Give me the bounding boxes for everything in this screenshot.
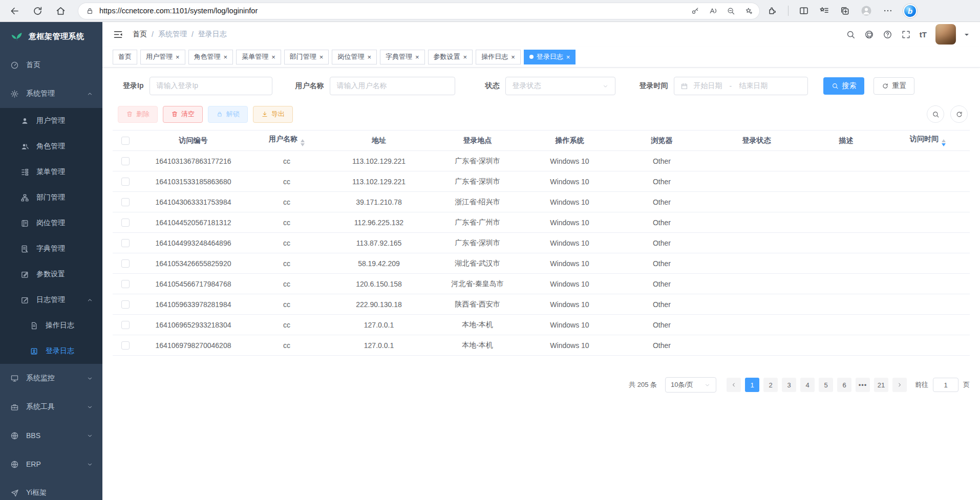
tab-close-icon[interactable]: × [271, 54, 275, 60]
sidebar-item[interactable]: 系统工具 [0, 393, 102, 421]
help-icon[interactable] [883, 30, 892, 39]
export-button[interactable]: 导出 [253, 106, 293, 123]
tab-close-icon[interactable]: × [367, 54, 371, 60]
date-range-picker[interactable]: 开始日期 - 结束日期 [674, 77, 808, 95]
status-select[interactable]: 登录状态 [505, 77, 615, 95]
zoom-out-icon[interactable] [727, 7, 735, 15]
clear-button[interactable]: 清空 [163, 106, 203, 123]
sidebar-item[interactable]: 岗位管理 [0, 210, 102, 236]
row-checkbox[interactable] [121, 321, 130, 329]
tab-close-icon[interactable]: × [463, 54, 467, 60]
tab-close-icon[interactable]: × [176, 54, 180, 60]
table-refresh-button[interactable] [950, 105, 968, 123]
add-favorite-icon[interactable] [744, 7, 753, 15]
sidebar-item[interactable]: ERP [0, 450, 102, 479]
browser-more-icon[interactable] [883, 6, 893, 16]
sort-carets-icon[interactable] [301, 139, 305, 146]
page-button[interactable]: 1 [745, 378, 759, 392]
tab-close-icon[interactable]: × [415, 54, 419, 60]
sidebar-item[interactable]: 菜单管理 [0, 159, 102, 185]
column-header[interactable]: 访问时间 [886, 131, 970, 151]
browser-profile-icon[interactable] [860, 5, 872, 17]
site-security-lock-icon[interactable] [86, 7, 94, 15]
tab-close-icon[interactable]: × [511, 54, 515, 60]
row-checkbox[interactable] [121, 157, 130, 165]
extensions-icon[interactable] [768, 6, 778, 16]
breadcrumb-item[interactable]: 系统管理 [158, 30, 187, 39]
tab[interactable]: 登录日志× [524, 50, 576, 64]
page-button[interactable]: 4 [800, 378, 815, 392]
prev-page-button[interactable] [727, 378, 741, 392]
url-text[interactable]: https://ccnetcore.com:1101/system/log/lo… [99, 7, 681, 15]
password-manager-icon[interactable] [691, 7, 699, 15]
row-checkbox[interactable] [121, 198, 130, 206]
row-checkbox[interactable] [121, 300, 130, 309]
page-size-select[interactable]: 10条/页 [665, 377, 716, 393]
tab[interactable]: 部门管理× [284, 50, 329, 64]
split-screen-icon[interactable] [799, 6, 809, 16]
ip-input[interactable]: 请输入登录Ip [150, 77, 272, 95]
unlock-button[interactable]: 解锁 [208, 106, 248, 123]
breadcrumb-item[interactable]: 登录日志 [198, 30, 227, 39]
tab-close-icon[interactable]: × [566, 54, 570, 60]
tab[interactable]: 字典管理× [380, 50, 425, 64]
browser-back-icon[interactable] [9, 6, 20, 16]
page-ellipsis[interactable]: ••• [856, 378, 870, 392]
github-icon[interactable] [864, 30, 874, 39]
tab[interactable]: 菜单管理× [236, 50, 281, 64]
page-button[interactable]: 5 [819, 378, 833, 392]
page-button[interactable]: 6 [837, 378, 851, 392]
sidebar-item[interactable]: BBS [0, 421, 102, 450]
tab[interactable]: 操作日志× [476, 50, 521, 64]
row-checkbox[interactable] [121, 239, 130, 247]
collections-icon[interactable] [819, 6, 829, 16]
font-size-icon[interactable]: tT [920, 30, 927, 39]
tab-groups-icon[interactable] [840, 6, 850, 16]
tab[interactable]: 岗位管理× [332, 50, 377, 64]
sidebar-item[interactable]: 字典管理 [0, 236, 102, 262]
table-search-toggle-button[interactable] [927, 105, 944, 123]
row-checkbox[interactable] [121, 259, 130, 268]
tab[interactable]: 角色管理× [188, 50, 233, 64]
fullscreen-icon[interactable] [901, 30, 911, 39]
goto-page-input[interactable]: 1 [933, 378, 958, 392]
sidebar-item[interactable]: 系统监控 [0, 364, 102, 393]
row-checkbox[interactable] [121, 341, 130, 350]
reset-button[interactable]: 重置 [874, 77, 914, 95]
tab[interactable]: 首页 [113, 50, 137, 64]
select-all-checkbox[interactable] [121, 137, 130, 145]
sidebar-item[interactable]: 登录日志 [0, 338, 102, 364]
tab-close-icon[interactable]: × [224, 54, 228, 60]
sidebar-item[interactable]: 参数设置 [0, 262, 102, 287]
browser-home-icon[interactable] [55, 6, 66, 16]
browser-refresh-icon[interactable] [32, 6, 43, 16]
sort-carets-icon[interactable] [942, 139, 946, 146]
user-avatar[interactable] [935, 24, 956, 45]
tab[interactable]: 用户管理× [140, 50, 185, 64]
row-checkbox[interactable] [121, 178, 130, 186]
tab-close-icon[interactable]: × [319, 54, 324, 60]
row-checkbox[interactable] [121, 219, 130, 227]
sidebar-item[interactable]: Yi框架 [0, 479, 102, 500]
address-bar[interactable]: https://ccnetcore.com:1101/system/log/lo… [78, 3, 759, 19]
page-button[interactable]: 2 [763, 378, 778, 392]
tab[interactable]: 参数设置× [428, 50, 473, 64]
sidebar-item[interactable]: 首页 [0, 51, 102, 79]
page-button[interactable]: 3 [782, 378, 796, 392]
sidebar-fold-icon[interactable] [113, 29, 123, 40]
username-input[interactable]: 请输入用户名称 [330, 77, 455, 95]
sidebar-item[interactable]: 部门管理 [0, 185, 102, 210]
sidebar-item[interactable]: 角色管理 [0, 134, 102, 159]
breadcrumb-item[interactable]: 首页 [133, 30, 147, 39]
header-search-icon[interactable] [846, 30, 856, 39]
read-aloud-icon[interactable] [709, 7, 717, 15]
sidebar-item[interactable]: 用户管理 [0, 108, 102, 134]
next-page-button[interactable] [892, 378, 907, 392]
avatar-caret-icon[interactable] [965, 34, 969, 38]
search-button[interactable]: 搜索 [823, 77, 864, 95]
page-button[interactable]: 21 [874, 378, 888, 392]
column-header[interactable]: 用户名称 [248, 131, 325, 151]
bing-chat-icon[interactable]: b [903, 4, 917, 18]
row-checkbox[interactable] [121, 280, 130, 288]
sidebar-item[interactable]: 日志管理 [0, 287, 102, 313]
